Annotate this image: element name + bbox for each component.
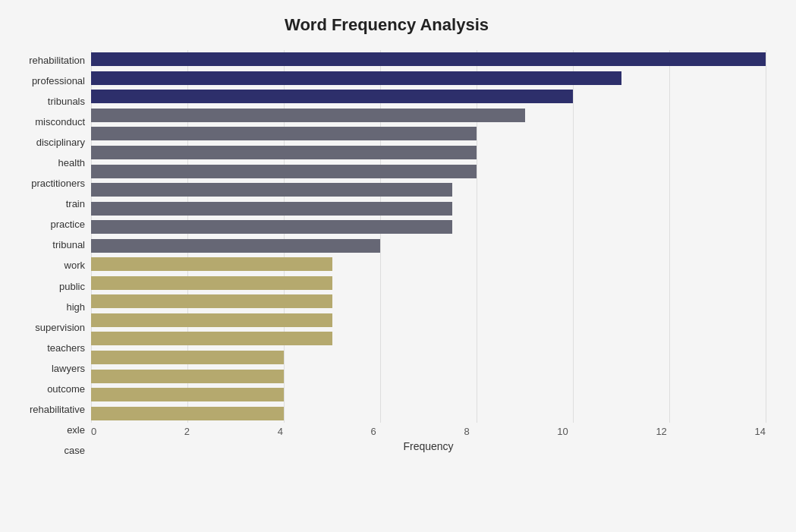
y-axis-label: health xyxy=(58,154,85,172)
bar-row xyxy=(91,143,766,162)
x-tick: 2 xyxy=(184,426,190,437)
bars-and-xaxis: 02468101214 Frequency xyxy=(91,50,766,461)
x-tick: 8 xyxy=(464,426,469,437)
chart-area: rehabilitationprofessionaltribunalsmisco… xyxy=(8,50,766,461)
bars-area xyxy=(91,50,766,423)
y-axis-label: tribunal xyxy=(52,236,85,254)
bar-row xyxy=(91,50,766,68)
y-axis-label: train xyxy=(66,195,85,213)
bar-row xyxy=(91,162,766,181)
grid-line xyxy=(766,50,766,423)
bar xyxy=(91,332,332,345)
x-axis-label: Frequency xyxy=(91,440,766,452)
bar xyxy=(91,351,284,364)
y-axis-label: professional xyxy=(32,72,85,90)
bar-row xyxy=(91,367,766,386)
y-axis-label: work xyxy=(64,257,85,275)
bar xyxy=(91,71,621,85)
bar-row xyxy=(91,292,766,310)
x-tick: 10 xyxy=(557,426,568,437)
y-axis-label: misconduct xyxy=(35,113,85,131)
bar xyxy=(91,407,284,420)
y-axis-label: practitioners xyxy=(31,175,85,193)
bar-row xyxy=(91,329,766,348)
chart-title: Word Frequency Analysis xyxy=(8,15,766,35)
y-axis-label: public xyxy=(59,277,85,295)
bar-row xyxy=(91,386,766,404)
bar-row xyxy=(91,311,766,329)
y-axis-label: case xyxy=(64,441,85,459)
bar xyxy=(91,109,525,122)
bar-row xyxy=(91,200,766,218)
y-axis-label: exle xyxy=(67,420,85,439)
bar xyxy=(91,127,477,140)
bar-row xyxy=(91,274,766,292)
bar xyxy=(91,294,332,308)
bar-row xyxy=(91,237,766,255)
x-tick: 6 xyxy=(371,426,376,437)
x-tick: 4 xyxy=(278,426,283,437)
bar xyxy=(91,220,452,234)
bar-row xyxy=(91,124,766,143)
y-axis-label: practice xyxy=(50,216,85,234)
x-tick: 0 xyxy=(91,426,96,437)
bottom-section: 02468101214 Frequency xyxy=(91,423,766,461)
bar xyxy=(91,388,284,401)
bar xyxy=(91,202,452,216)
bar-row xyxy=(91,218,766,236)
bar-row xyxy=(91,106,766,124)
chart-container: Word Frequency Analysis rehabilitationpr… xyxy=(0,0,796,532)
y-axis-label: teachers xyxy=(47,338,85,357)
bar xyxy=(91,276,332,290)
y-axis-label: supervision xyxy=(35,318,85,336)
bar-row xyxy=(91,87,766,105)
bar-row xyxy=(91,181,766,199)
y-axis-label: rehabilitative xyxy=(30,400,85,418)
y-axis: rehabilitationprofessionaltribunalsmisco… xyxy=(8,50,91,461)
bar xyxy=(91,239,380,253)
bar xyxy=(91,165,477,178)
bar xyxy=(91,313,332,327)
y-axis-label: high xyxy=(66,297,85,316)
bar xyxy=(91,90,573,103)
bar xyxy=(91,146,477,159)
y-axis-label: disciplinary xyxy=(36,134,85,152)
x-tick: 14 xyxy=(754,426,765,437)
bar-row xyxy=(91,405,766,423)
x-tick: 12 xyxy=(656,426,666,437)
bar-row xyxy=(91,69,766,87)
bar-row xyxy=(91,348,766,367)
bar xyxy=(91,370,284,383)
bar-row xyxy=(91,255,766,273)
y-axis-label: tribunals xyxy=(48,93,85,111)
y-axis-label: lawyers xyxy=(52,359,85,377)
y-axis-label: rehabilitation xyxy=(29,52,85,70)
bar xyxy=(91,52,766,66)
y-axis-label: outcome xyxy=(47,379,85,398)
bar xyxy=(91,257,332,271)
bar xyxy=(91,183,452,197)
